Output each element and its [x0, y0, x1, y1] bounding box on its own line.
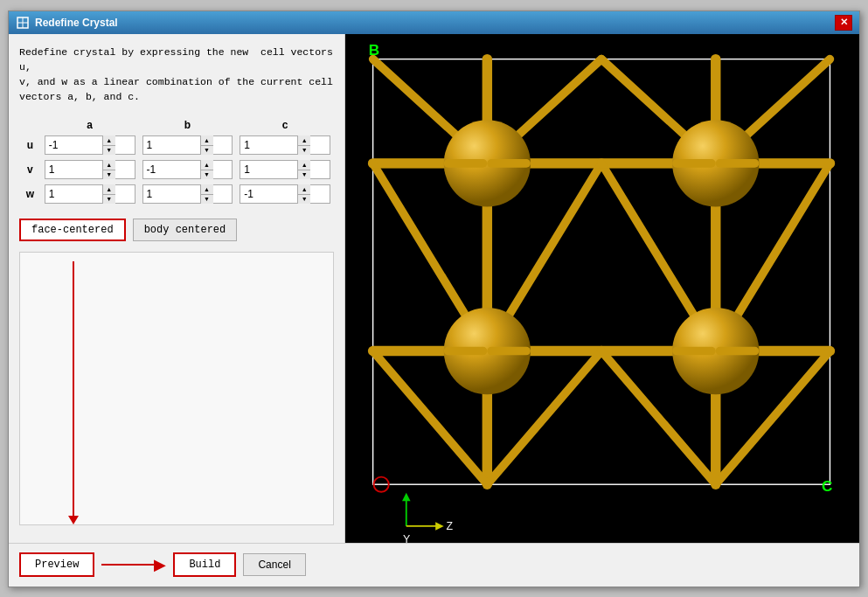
spinner-w-b: ▲ ▼	[200, 184, 213, 204]
right-panel: B C Y Z	[345, 34, 859, 543]
input-w-c[interactable]	[240, 185, 297, 203]
spinner-u-b-down[interactable]: ▼	[201, 145, 213, 155]
svg-rect-32	[444, 159, 488, 168]
arrowhead-right: ▶	[154, 555, 166, 574]
arrowhead-down	[68, 516, 79, 524]
spinner-v-b-up[interactable]: ▲	[201, 160, 213, 170]
input-w-a[interactable]	[45, 185, 102, 203]
cell-w-b: ▲ ▼	[139, 182, 237, 206]
input-u-b[interactable]	[143, 136, 200, 154]
svg-text:Z: Z	[447, 519, 454, 531]
matrix-table: a b c u ▲ ▼	[19, 117, 334, 206]
spinner-u-c-down[interactable]: ▼	[298, 145, 310, 155]
spinner-v-b-down[interactable]: ▼	[201, 170, 213, 179]
preset-buttons: face-centered body centered	[19, 219, 334, 241]
left-panel: Redefine crystal by expressing the new c…	[9, 34, 345, 543]
close-button[interactable]: ✕	[835, 15, 852, 31]
svg-text:Y: Y	[403, 533, 410, 543]
spinner-u-b: ▲ ▼	[200, 135, 213, 155]
cell-u-c: ▲ ▼	[236, 133, 334, 157]
bottom-bar: Preview ▶ Build Cancel	[9, 543, 859, 587]
vertical-arrow	[68, 261, 79, 524]
arrow-line-horizontal	[101, 564, 154, 566]
spinner-w-b-down[interactable]: ▼	[201, 194, 213, 204]
spinner-v-c: ▲ ▼	[297, 160, 310, 179]
row-u-label: u	[19, 133, 41, 157]
main-window: Redefine Crystal ✕ Redefine crystal by e…	[8, 10, 860, 587]
preview-button[interactable]: Preview	[19, 552, 94, 577]
row-u: u ▲ ▼	[19, 133, 334, 157]
svg-rect-36	[487, 159, 531, 168]
col-c-header: c	[236, 117, 334, 133]
svg-rect-39	[716, 346, 760, 355]
cell-u-a: ▲ ▼	[41, 133, 139, 157]
body-centered-button[interactable]: body centered	[133, 219, 238, 241]
cell-v-b: ▲ ▼	[139, 157, 237, 182]
col-b-header: b	[139, 117, 237, 133]
spinner-w-a-down[interactable]: ▼	[103, 194, 115, 204]
spinner-v-a-up[interactable]: ▲	[103, 160, 115, 170]
spinner-w-c-down[interactable]: ▼	[298, 194, 310, 204]
input-u-a[interactable]	[45, 136, 102, 154]
spinner-w-c-up[interactable]: ▲	[298, 184, 310, 194]
spinner-v-c-down[interactable]: ▼	[298, 170, 310, 179]
build-button[interactable]: Build	[173, 552, 236, 577]
horizontal-arrow: ▶	[101, 555, 166, 574]
arrow-line-vertical	[73, 261, 74, 517]
preview-area	[19, 252, 334, 525]
spinner-v-a: ▲ ▼	[102, 160, 115, 179]
cell-w-a: ▲ ▼	[41, 182, 139, 206]
input-v-b[interactable]	[143, 161, 200, 178]
titlebar: Redefine Crystal ✕	[9, 11, 859, 34]
spinner-u-a-up[interactable]: ▲	[103, 135, 115, 145]
spinner-u-c: ▲ ▼	[297, 135, 310, 155]
input-u-c[interactable]	[240, 136, 297, 154]
svg-rect-33	[444, 346, 488, 355]
row-w-label: w	[19, 182, 41, 206]
titlebar-left: Redefine Crystal	[16, 16, 118, 30]
svg-rect-34	[672, 159, 716, 168]
cell-w-c: ▲ ▼	[236, 182, 334, 206]
row-v-label: v	[19, 157, 41, 182]
svg-rect-37	[487, 346, 531, 355]
spinner-u-a: ▲ ▼	[102, 135, 115, 155]
spinner-w-a: ▲ ▼	[102, 184, 115, 204]
input-v-a[interactable]	[45, 161, 102, 178]
input-w-b[interactable]	[143, 185, 200, 203]
crystal-svg: B C Y Z	[345, 34, 859, 543]
cancel-button[interactable]: Cancel	[243, 553, 305, 576]
face-centered-button[interactable]: face-centered	[19, 219, 126, 241]
spinner-u-c-up[interactable]: ▲	[298, 135, 310, 145]
cell-v-c: ▲ ▼	[236, 157, 334, 182]
row-w: w ▲ ▼	[19, 182, 334, 206]
svg-rect-38	[716, 159, 760, 168]
svg-rect-35	[672, 346, 716, 355]
spinner-w-b-up[interactable]: ▲	[201, 184, 213, 194]
spinner-v-a-down[interactable]: ▼	[103, 170, 115, 179]
row-v: v ▲ ▼	[19, 157, 334, 182]
spinner-u-b-up[interactable]: ▲	[201, 135, 213, 145]
spinner-u-a-down[interactable]: ▼	[103, 145, 115, 155]
app-icon	[16, 16, 30, 30]
spinner-v-b: ▲ ▼	[200, 160, 213, 179]
description-text: Redefine crystal by expressing the new c…	[19, 45, 334, 105]
svg-text:B: B	[369, 40, 379, 58]
window-title: Redefine Crystal	[35, 17, 118, 29]
spinner-v-c-up[interactable]: ▲	[298, 160, 310, 170]
spinner-w-a-up[interactable]: ▲	[103, 184, 115, 194]
svg-text:C: C	[822, 476, 832, 494]
cell-v-a: ▲ ▼	[41, 157, 139, 182]
input-v-c[interactable]	[240, 161, 297, 178]
col-a-header: a	[41, 117, 139, 133]
empty-header	[19, 117, 41, 133]
content-area: Redefine crystal by expressing the new c…	[9, 34, 859, 543]
spinner-w-c: ▲ ▼	[297, 184, 310, 204]
cell-u-b: ▲ ▼	[139, 133, 237, 157]
